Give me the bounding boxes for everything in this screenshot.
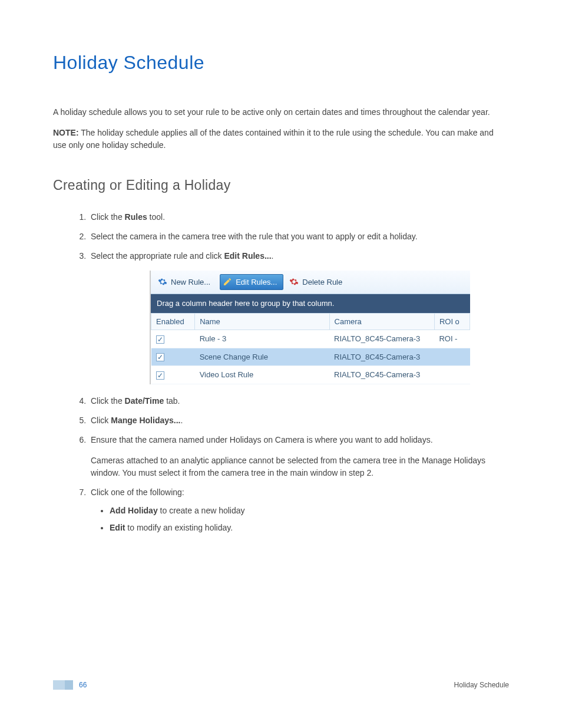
step-7: Click one of the following: Add Holiday … bbox=[88, 486, 509, 534]
edit-rules-button-label: Edit Rules... bbox=[236, 276, 277, 288]
manage-holidays-label: Mange Holidays... bbox=[111, 416, 180, 425]
new-rule-button[interactable]: New Rule... bbox=[156, 275, 216, 290]
group-by-hint[interactable]: Drag a column header here to group by th… bbox=[151, 294, 470, 313]
table-row[interactable]: Video Lost Rule RIALTO_8C45-Camera-3 bbox=[151, 366, 470, 384]
cell-name: Rule - 3 bbox=[195, 330, 329, 348]
step-3: Select the appropriate rule and click Ed… bbox=[88, 250, 509, 384]
cell-camera: RIALTO_8C45-Camera-3 bbox=[329, 330, 434, 348]
edit-rules-button[interactable]: Edit Rules... bbox=[220, 274, 283, 291]
bullet-edit-holiday: Edit to modify an existing holiday. bbox=[110, 522, 509, 534]
rules-toolbar: New Rule... Edit Rules... Delete Rule bbox=[151, 271, 470, 295]
cell-camera: RIALTO_8C45-Camera-3 bbox=[329, 366, 434, 384]
step-1: Click the Rules tool. bbox=[88, 211, 509, 223]
cell-roi bbox=[434, 366, 470, 384]
col-name[interactable]: Name bbox=[195, 313, 329, 330]
page-number: 66 bbox=[79, 680, 87, 690]
enabled-checkbox[interactable] bbox=[156, 335, 164, 344]
page-title: Holiday Schedule bbox=[53, 48, 509, 77]
rules-table: Enabled Name Camera ROI o Rule - 3 RIALT… bbox=[151, 313, 470, 384]
cell-name: Video Lost Rule bbox=[195, 366, 329, 384]
enabled-checkbox[interactable] bbox=[156, 353, 164, 361]
bullet-add-holiday: Add Holiday to create a new holiday bbox=[110, 505, 509, 517]
rules-grid-screenshot: New Rule... Edit Rules... Delete Rule bbox=[150, 271, 470, 384]
delete-rule-label: Delete Rule bbox=[302, 276, 342, 288]
pencil-icon bbox=[223, 277, 232, 286]
page-decoration-icon bbox=[53, 680, 73, 690]
table-header-row: Enabled Name Camera ROI o bbox=[151, 313, 470, 330]
footer-section-label: Holiday Schedule bbox=[454, 680, 509, 690]
note-paragraph: NOTE: The holiday schedule applies all o… bbox=[53, 127, 509, 151]
note-text: The holiday schedule applies all of the … bbox=[53, 128, 494, 150]
step-6: Ensure that the camera named under Holid… bbox=[88, 434, 509, 479]
step-5: Click Mange Holidays.... bbox=[88, 414, 509, 427]
gear-delete-icon bbox=[289, 277, 299, 286]
edit-rules-label: Edit Rules... bbox=[224, 251, 271, 261]
gear-icon bbox=[158, 277, 167, 286]
cell-camera: RIALTO_8C45-Camera-3 bbox=[329, 348, 434, 366]
date-time-tab-label: Date/Time bbox=[125, 396, 164, 406]
step-4: Click the Date/Time tab. bbox=[88, 395, 509, 407]
rules-tool-label: Rules bbox=[125, 212, 147, 222]
cell-roi bbox=[434, 348, 470, 366]
cell-name: Scene Change Rule bbox=[195, 348, 329, 366]
note-label: NOTE: bbox=[53, 128, 79, 137]
delete-rule-button[interactable]: Delete Rule bbox=[287, 275, 348, 290]
col-roi[interactable]: ROI o bbox=[434, 313, 470, 330]
enabled-checkbox[interactable] bbox=[156, 371, 164, 380]
cell-roi: ROI - bbox=[434, 330, 470, 348]
step-6-note: Cameras attached to an analytic applianc… bbox=[91, 454, 509, 479]
new-rule-label: New Rule... bbox=[171, 276, 210, 288]
table-row[interactable]: Scene Change Rule RIALTO_8C45-Camera-3 bbox=[151, 348, 470, 366]
intro-paragraph: A holiday schedule allows you to set you… bbox=[53, 106, 509, 118]
page-footer: 66 Holiday Schedule bbox=[53, 680, 509, 690]
table-row[interactable]: Rule - 3 RIALTO_8C45-Camera-3 ROI - bbox=[151, 330, 470, 348]
col-enabled[interactable]: Enabled bbox=[151, 313, 195, 330]
col-camera[interactable]: Camera bbox=[329, 313, 434, 330]
step-2: Select the camera in the camera tree wit… bbox=[88, 230, 509, 243]
section-subtitle: Creating or Editing a Holiday bbox=[53, 175, 509, 196]
